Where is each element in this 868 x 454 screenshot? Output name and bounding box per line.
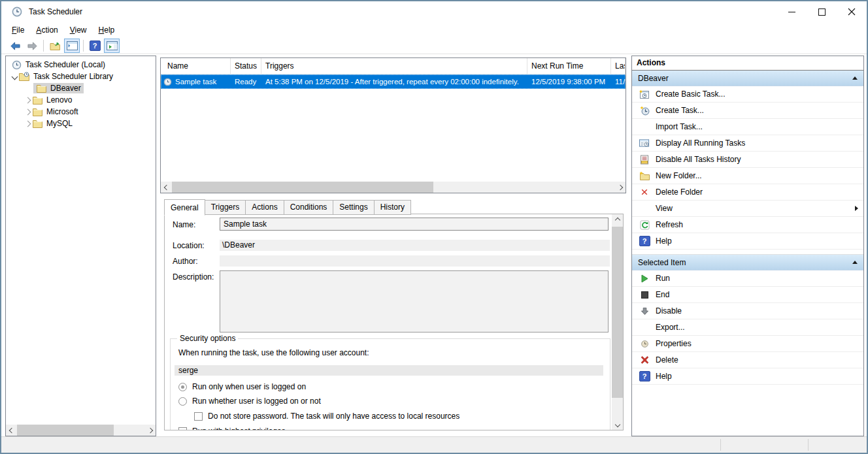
scrollbar-track[interactable] (17, 425, 144, 436)
action-disable[interactable]: Disable (632, 303, 863, 319)
actions-group-header-dbeaver[interactable]: DBeaver (632, 71, 863, 86)
details-vertical-scrollbar[interactable] (612, 214, 623, 430)
folder-icon (32, 108, 42, 116)
action-help-selected[interactable]: Help (632, 368, 863, 385)
help-button[interactable] (87, 39, 103, 53)
actions-group-header-selected-item[interactable]: Selected Item (632, 254, 863, 270)
task-description-field[interactable] (220, 270, 609, 332)
column-header-last-run-time[interactable]: Last Run Time (611, 58, 626, 74)
task-list-panel: Name Status Triggers Next Run Time Last … (160, 57, 626, 193)
tree-item-lenovo[interactable]: Lenovo (6, 94, 156, 106)
task-row-sample-task[interactable]: Sample task Ready At 5:38 PM on 12/5/201… (161, 74, 626, 89)
tab-actions[interactable]: Actions (245, 200, 284, 215)
tab-triggers[interactable]: Triggers (205, 200, 246, 215)
tab-settings[interactable]: Settings (333, 200, 374, 215)
running-tasks-icon (639, 138, 650, 148)
action-create-task[interactable]: Create Task... (632, 103, 863, 119)
action-disable-all-tasks-history[interactable]: Disable All Tasks History (632, 152, 863, 168)
tab-conditions[interactable]: Conditions (284, 200, 334, 215)
security-options-legend: Security options (177, 334, 238, 343)
close-button[interactable] (837, 1, 867, 22)
chevron-collapsed-icon[interactable] (23, 98, 32, 103)
task-list-horizontal-scrollbar[interactable] (161, 182, 626, 193)
scroll-left-icon[interactable] (6, 425, 17, 436)
radio-run-whether-logged-on[interactable]: Run whether user is logged on or not (178, 397, 321, 406)
tab-history[interactable]: History (374, 200, 411, 215)
task-list-header: Name Status Triggers Next Run Time Last … (161, 58, 626, 74)
tree-item-label: Microsoft (46, 107, 78, 116)
radio-run-logged-on[interactable]: Run only when user is logged on (178, 382, 306, 391)
action-view[interactable]: View (632, 201, 863, 217)
forward-button[interactable] (24, 39, 40, 53)
action-refresh[interactable]: Refresh (632, 217, 863, 233)
scrollbar-track[interactable] (172, 182, 614, 193)
new-folder-icon (639, 170, 650, 181)
menu-item-help[interactable]: Help (93, 24, 120, 37)
status-bar-divider (808, 439, 809, 451)
clock-app-icon (12, 7, 22, 17)
folder-export-icon (50, 41, 61, 51)
task-name-field[interactable]: Sample task (220, 218, 609, 231)
task-status: Ready (231, 78, 261, 86)
checkbox-icon[interactable] (178, 427, 187, 431)
tree-item-dbeaver[interactable]: DBeaver (6, 82, 156, 94)
maximize-button[interactable] (807, 1, 837, 22)
action-run[interactable]: Run (632, 270, 863, 287)
column-header-name[interactable]: Name (161, 58, 231, 74)
status-bar-divider (720, 439, 721, 451)
tree-item-mysql[interactable]: MySQL (6, 118, 156, 129)
menu-item-view[interactable]: View (65, 24, 92, 37)
tree-horizontal-scrollbar[interactable] (6, 425, 156, 436)
action-display-all-running-tasks[interactable]: Display All Running Tasks (632, 135, 863, 152)
author-label: Author: (173, 257, 198, 266)
export-list-button[interactable] (47, 39, 63, 53)
column-header-status[interactable]: Status (231, 58, 261, 74)
column-header-triggers[interactable]: Triggers (261, 58, 527, 74)
scroll-right-icon[interactable] (144, 425, 156, 436)
scrollbar-thumb[interactable] (612, 227, 623, 398)
action-delete-folder[interactable]: Delete Folder (632, 184, 863, 201)
radio-label: Run only when user is logged on (192, 382, 306, 391)
chevron-collapsed-icon[interactable] (23, 122, 32, 126)
back-button[interactable] (7, 39, 23, 53)
arrow-right-icon (27, 41, 38, 51)
action-create-basic-task[interactable]: Create Basic Task... (632, 86, 863, 103)
action-export[interactable]: Export... (632, 319, 863, 336)
create-basic-task-icon (639, 89, 650, 99)
no-icon (639, 322, 650, 332)
show-console-tree-button[interactable] (64, 39, 80, 53)
column-header-next-run-time[interactable]: Next Run Time (527, 58, 611, 74)
collapse-up-icon[interactable] (852, 261, 858, 264)
minimize-button[interactable] (776, 1, 807, 22)
scroll-right-icon[interactable] (614, 182, 626, 193)
checkbox-run-highest-privileges[interactable]: Run with highest privileges (178, 427, 286, 430)
radio-unselected-icon[interactable] (178, 397, 187, 406)
action-delete[interactable]: Delete (632, 352, 863, 368)
folder-icon (32, 96, 42, 105)
scrollbar-thumb[interactable] (172, 182, 433, 193)
checkbox-do-not-store-password[interactable]: Do not store password. The task will onl… (194, 412, 459, 421)
radio-selected-icon[interactable] (178, 383, 187, 391)
scrollbar-thumb[interactable] (17, 425, 114, 436)
scroll-down-icon[interactable] (612, 419, 623, 430)
tree-item-task-scheduler-library[interactable]: Task Scheduler Library (6, 71, 156, 82)
action-import-task[interactable]: Import Task... (632, 119, 863, 135)
menu-item-file[interactable]: File (7, 24, 29, 37)
scroll-left-icon[interactable] (161, 182, 172, 193)
action-properties[interactable]: Properties (632, 336, 863, 352)
collapse-up-icon[interactable] (852, 76, 858, 80)
action-end[interactable]: End (632, 287, 863, 303)
tab-general[interactable]: General (164, 199, 205, 216)
show-action-pane-button[interactable] (104, 39, 120, 53)
tree-item-microsoft[interactable]: Microsoft (6, 106, 156, 118)
action-new-folder[interactable]: New Folder... (632, 168, 863, 184)
arrow-left-icon (10, 41, 21, 51)
chevron-expanded-icon[interactable] (10, 74, 19, 79)
action-help[interactable]: Help (632, 233, 863, 250)
tree-item-task-scheduler-local[interactable]: Task Scheduler (Local) (6, 59, 156, 71)
submenu-arrow-icon (855, 206, 858, 211)
menu-item-action[interactable]: Action (31, 24, 63, 37)
checkbox-icon[interactable] (194, 412, 203, 421)
chevron-collapsed-icon[interactable] (23, 110, 32, 114)
scroll-up-icon[interactable] (612, 214, 623, 225)
